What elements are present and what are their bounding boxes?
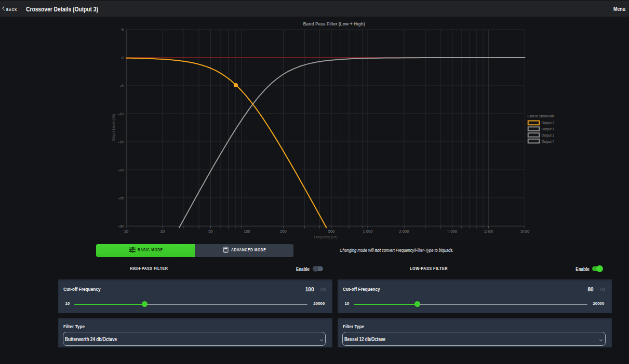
svg-text:20: 20	[160, 229, 165, 234]
svg-text:500: 500	[328, 229, 335, 234]
svg-text:-20: -20	[118, 168, 124, 172]
svg-text:-10: -10	[118, 112, 124, 116]
svg-text:50: 50	[208, 229, 212, 234]
svg-text:1 000: 1 000	[363, 229, 373, 234]
svg-text:5: 5	[122, 28, 124, 32]
svg-text:Click to Show/Hide: Click to Show/Hide	[528, 114, 555, 118]
svg-text:Frequency (Hz): Frequency (Hz)	[314, 235, 338, 239]
svg-text:Output 3: Output 3	[542, 120, 555, 125]
svg-text:Output 2: Output 2	[542, 133, 555, 138]
svg-text:Output Level (dB): Output Level (dB)	[111, 114, 116, 141]
svg-text:20 000: 20 000	[520, 229, 529, 234]
svg-text:2 000: 2 000	[399, 229, 409, 234]
svg-text:200: 200	[280, 229, 287, 234]
svg-text:-5: -5	[120, 84, 124, 88]
svg-text:-25: -25	[118, 196, 124, 200]
svg-text:-15: -15	[118, 140, 124, 144]
svg-text:100: 100	[244, 229, 250, 234]
svg-text:Output 1: Output 1	[542, 127, 555, 131]
svg-text:Output 4: Output 4	[542, 139, 555, 144]
svg-text:-30: -30	[118, 224, 124, 228]
svg-text:10 000: 10 000	[484, 229, 493, 234]
svg-text:Band Pass Filter (Low + High): Band Pass Filter (Low + High)	[303, 21, 365, 26]
svg-text:5 000: 5 000	[447, 229, 457, 234]
svg-text:10: 10	[124, 229, 128, 234]
svg-text:0: 0	[122, 56, 124, 60]
